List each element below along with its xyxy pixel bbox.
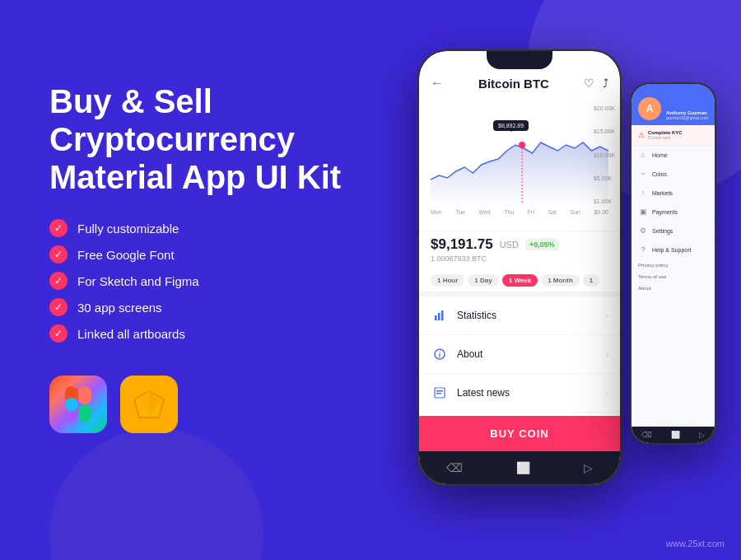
latest-news-chevron: › <box>606 389 608 398</box>
chart-area: $20.00K $15.00K $10.00K $5.00K $1.00K <box>419 99 620 231</box>
feature-list: ✓ Fully customizable ✓ Free Google Font … <box>49 219 362 343</box>
about-label: About <box>457 348 606 360</box>
statistics-label: Statistics <box>457 310 606 321</box>
price-row: $9,191.75 USD +0,05% <box>431 236 608 253</box>
menu-section: Statistics › i About › <box>419 296 620 416</box>
svg-rect-11 <box>438 313 440 320</box>
feature-item-1: ✓ Fully customizable <box>49 219 362 237</box>
latest-news-icon <box>431 384 449 402</box>
price-tooltip: $8,892.89 <box>493 120 529 131</box>
check-icon-3: ✓ <box>49 272 68 290</box>
side-menu-home[interactable]: ⌂ Home <box>631 146 715 165</box>
main-title: Buy & SellCryptocurrencyMaterial App UI … <box>49 82 362 196</box>
statistics-icon <box>431 306 449 324</box>
filter-1[interactable]: 1 <box>583 274 599 287</box>
kyc-content: Complete KYC Current task <box>648 130 683 140</box>
side-header: A Anthony Guzman guzman33@gmail.com <box>631 84 715 125</box>
svg-point-9 <box>519 142 525 148</box>
svg-rect-1 <box>78 386 91 404</box>
markets-label: Markets <box>652 190 673 196</box>
phone-main: ← Bitcoin BTC ♡ ⤴ $20.00K $15.00K $10.00… <box>417 49 622 486</box>
side-menu-coins[interactable]: ~ Coins <box>631 165 715 184</box>
check-icon-2: ✓ <box>49 245 68 264</box>
filter-1w[interactable]: 1 Week <box>502 274 538 287</box>
settings-label: Settings <box>652 228 673 234</box>
side-nav-recents[interactable]: ▷ <box>699 431 705 439</box>
feature-item-2: ✓ Free Google Font <box>49 245 362 264</box>
side-menu-payments[interactable]: ▣ Payments <box>631 203 715 222</box>
nav-home-icon[interactable]: ⬜ <box>516 461 530 474</box>
share-icon[interactable]: ⤴ <box>603 77 608 90</box>
coins-label: Coins <box>652 171 667 177</box>
side-nav-home[interactable]: ⬜ <box>671 431 680 439</box>
help-label: Help & Support <box>652 247 691 253</box>
home-icon: ⌂ <box>638 151 648 159</box>
check-icon-5: ✓ <box>49 324 68 343</box>
user-email: guzman33@gmail.com <box>666 115 708 120</box>
feature-item-5: ✓ Linked all artboards <box>49 324 362 343</box>
about-chevron: › <box>606 350 608 359</box>
svg-rect-3 <box>78 404 91 422</box>
header-icons: ♡ ⤴ <box>584 77 608 90</box>
app-icons <box>49 376 362 433</box>
menu-about[interactable]: i About › <box>419 335 620 374</box>
svg-rect-17 <box>436 393 441 394</box>
phone-side: A Anthony Guzman guzman33@gmail.com ⚠ Co… <box>630 82 716 445</box>
filter-1d[interactable]: 1 Day <box>468 274 498 287</box>
back-arrow-icon[interactable]: ← <box>431 76 444 91</box>
figma-icon <box>49 376 107 433</box>
help-icon: ? <box>638 245 648 254</box>
price-value: $9,191.75 <box>431 236 493 253</box>
kyc-warning-icon: ⚠ <box>638 131 645 139</box>
price-section: $9,191.75 USD +0,05% 1.00067933 BTC <box>419 231 620 269</box>
svg-rect-10 <box>435 315 437 320</box>
side-menu-settings[interactable]: ⚙ Settings <box>631 222 715 240</box>
nav-recents-icon[interactable]: ▷ <box>584 461 593 474</box>
side-screen: A Anthony Guzman guzman33@gmail.com ⚠ Co… <box>631 84 715 443</box>
feature-item-4: ✓ 30 app screens <box>49 298 362 316</box>
feature-item-3: ✓ For Sketch and Figma <box>49 272 362 290</box>
chart-y-labels: $20.00K $15.00K $10.00K $5.00K $1.00K <box>594 105 615 204</box>
filter-1m[interactable]: 1 Month <box>541 274 580 287</box>
phone-nav-bar: ⌫ ⬜ ▷ <box>419 451 620 484</box>
buy-coin-button[interactable]: BUY COIN <box>419 416 620 451</box>
phone-notch <box>487 51 552 69</box>
payments-label: Payments <box>652 209 678 215</box>
sketch-icon <box>120 376 178 433</box>
price-currency: USD <box>500 240 519 250</box>
phones-container: ← Bitcoin BTC ♡ ⤴ $20.00K $15.00K $10.00… <box>417 49 716 486</box>
nav-back-icon[interactable]: ⌫ <box>446 461 463 474</box>
svg-text:i: i <box>439 351 441 359</box>
menu-statistics[interactable]: Statistics › <box>419 296 620 335</box>
watermark: www.25xt.com <box>666 539 725 548</box>
svg-rect-16 <box>436 390 443 392</box>
about-icon: i <box>431 345 449 363</box>
terms-of-use-link[interactable]: Terms of use <box>631 271 715 282</box>
check-icon-1: ✓ <box>49 219 68 237</box>
latest-news-label: Latest news <box>457 387 606 399</box>
app-header-title: Bitcoin BTC <box>478 77 549 91</box>
statistics-chevron: › <box>606 311 608 320</box>
user-avatar: A <box>638 97 661 120</box>
filter-1h[interactable]: 1 Hour <box>431 274 464 287</box>
price-change-badge: +0,05% <box>525 239 559 250</box>
kyc-subtitle: Current task <box>648 135 683 140</box>
side-menu-markets[interactable]: ↑ Markets <box>631 184 715 203</box>
user-info: Anthony Guzman guzman33@gmail.com <box>666 110 708 120</box>
phone-screen: ← Bitcoin BTC ♡ ⤴ $20.00K $15.00K $10.00… <box>419 51 620 484</box>
payments-icon: ▣ <box>638 208 648 216</box>
about-link[interactable]: About <box>631 282 715 294</box>
svg-point-4 <box>65 398 78 411</box>
side-phone-nav: ⌫ ⬜ ▷ <box>631 427 715 443</box>
kyc-notice[interactable]: ⚠ Complete KYC Current task <box>631 125 715 146</box>
heart-icon[interactable]: ♡ <box>584 77 594 90</box>
privacy-policy-link[interactable]: Privacy policy <box>631 259 715 271</box>
menu-latest-news[interactable]: Latest news › <box>419 374 620 413</box>
coins-icon: ~ <box>638 170 648 178</box>
side-nav-back[interactable]: ⌫ <box>641 431 652 439</box>
chart-x-labels: Mon Tue Wed Thu Fri Sat Sun $0.00 <box>431 208 608 217</box>
svg-rect-12 <box>441 310 444 320</box>
settings-icon: ⚙ <box>638 226 648 235</box>
side-menu-help[interactable]: ? Help & Support <box>631 240 715 259</box>
home-label: Home <box>652 152 668 158</box>
